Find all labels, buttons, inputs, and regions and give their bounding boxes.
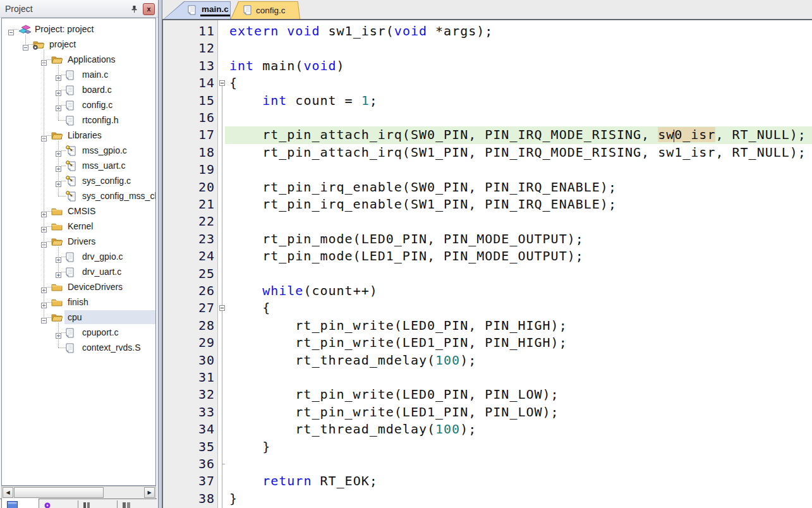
code-line[interactable]: 31 bbox=[163, 369, 812, 387]
tree-item-sys-config-mss-clc[interactable]: sys_config_mss_clc bbox=[2, 188, 155, 203]
code-text: rt_pin_attach_irq(SW0_PIN, PIN_IRQ_MODE_… bbox=[229, 126, 806, 143]
code-line[interactable]: 33 rt_pin_write(LED1_PIN, PIN_LOW); bbox=[163, 404, 812, 421]
dock-tab-functions[interactable] bbox=[78, 499, 116, 508]
line-number: 20 bbox=[163, 179, 215, 196]
document-icon bbox=[243, 5, 251, 15]
tree-item-applications[interactable]: Applications bbox=[2, 52, 155, 67]
project-grid-icon bbox=[7, 500, 18, 508]
tab-config-c[interactable]: config.c bbox=[231, 1, 300, 19]
dock-tab-templates[interactable] bbox=[117, 499, 156, 508]
code-line[interactable]: 26 while(count++) bbox=[163, 282, 812, 300]
scroll-right-arrow-icon[interactable]: ▶ bbox=[144, 487, 155, 498]
code-line[interactable]: 37 return RT_EOK; bbox=[163, 473, 812, 490]
tree-item-cpu[interactable]: cpu bbox=[2, 310, 155, 325]
dock-tab-project-grid[interactable] bbox=[1, 499, 39, 508]
code-text: while(count++) bbox=[229, 282, 378, 299]
tree-item-label: CMSIS bbox=[68, 206, 95, 216]
tree-item-board-c[interactable]: board.c bbox=[2, 82, 155, 97]
code-line[interactable]: 28 rt_pin_write(LED0_PIN, PIN_HIGH); bbox=[163, 317, 812, 335]
line-number: 30 bbox=[163, 352, 215, 369]
code-line[interactable]: 38} bbox=[163, 490, 812, 508]
code-text: int main(void) bbox=[229, 57, 345, 75]
scroll-left-arrow-icon[interactable]: ◀ bbox=[3, 487, 13, 498]
fold-collapse-icon[interactable] bbox=[219, 305, 225, 311]
code-line[interactable]: 11extern void sw1_isr(void *args); bbox=[163, 23, 812, 40]
document-icon bbox=[66, 328, 74, 341]
tree-item-sys-config-c[interactable]: sys_config.c bbox=[2, 173, 155, 188]
tree-item-drivers[interactable]: Drivers bbox=[2, 234, 155, 249]
project-panel-title: Project bbox=[5, 4, 33, 14]
tree-item-label: Libraries bbox=[68, 130, 102, 140]
sidebar-horizontal-scrollbar[interactable]: ◀ ▶ bbox=[1, 486, 156, 499]
code-text: rt_pin_irq_enable(SW1_PIN, PIN_IRQ_ENABL… bbox=[229, 196, 617, 213]
code-line[interactable]: 21 rt_pin_irq_enable(SW1_PIN, PIN_IRQ_EN… bbox=[163, 196, 812, 214]
tree-item-devicedrivers[interactable]: DeviceDrivers bbox=[2, 279, 155, 294]
line-number: 25 bbox=[163, 265, 215, 282]
tree-item-label: main.c bbox=[82, 70, 108, 80]
code-line[interactable]: 36 bbox=[163, 456, 812, 473]
code-line[interactable]: 23 rt_pin_mode(LED0_PIN, PIN_MODE_OUTPUT… bbox=[163, 231, 812, 248]
scrollbar-thumb[interactable] bbox=[14, 487, 104, 498]
tree-item-label: Kernel bbox=[68, 221, 93, 231]
project-panel: Project x Project: projectprojectApplica… bbox=[0, 0, 158, 508]
line-number: 16 bbox=[163, 109, 215, 126]
code-line[interactable]: 32 rt_pin_write(LED0_PIN, PIN_LOW); bbox=[163, 386, 812, 404]
close-icon[interactable]: x bbox=[143, 3, 155, 15]
code-text: rt_pin_write(LED0_PIN, PIN_HIGH); bbox=[229, 317, 567, 334]
tree-item-mss-uart-c[interactable]: mss_uart.c bbox=[2, 158, 155, 173]
code-text: rt_pin_mode(LED1_PIN, PIN_MODE_OUTPUT); bbox=[229, 248, 584, 265]
folder-icon bbox=[51, 222, 63, 233]
code-line[interactable]: 35 } bbox=[163, 438, 812, 456]
line-number: 33 bbox=[163, 404, 215, 421]
tree-item-label: mss_gpio.c bbox=[82, 145, 127, 155]
folder-icon bbox=[51, 298, 63, 309]
tree-item-cmsis[interactable]: CMSIS bbox=[2, 203, 155, 219]
code-line[interactable]: 13int main(void) bbox=[163, 57, 812, 75]
folder-icon bbox=[51, 55, 63, 66]
line-number: 14 bbox=[163, 75, 215, 92]
fold-collapse-icon[interactable] bbox=[219, 80, 225, 86]
tree-item-mss-gpio-c[interactable]: mss_gpio.c bbox=[2, 143, 155, 158]
code-editor[interactable]: 11extern void sw1_isr(void *args);1213in… bbox=[162, 20, 812, 508]
panel-splitter[interactable] bbox=[158, 0, 162, 508]
tab-main-c[interactable]: main.c bbox=[164, 1, 231, 19]
tree-item-label: DeviceDrivers bbox=[68, 282, 123, 292]
dock-tab-books[interactable] bbox=[39, 499, 77, 508]
project-tree[interactable]: Project: projectprojectApplicationsmain.… bbox=[1, 18, 156, 486]
tree-item-label: Applications bbox=[68, 54, 116, 64]
tree-item-kernel[interactable]: Kernel bbox=[2, 219, 155, 234]
collapse-icon[interactable] bbox=[8, 27, 14, 32]
code-text: rt_thread_mdelay(100); bbox=[229, 421, 476, 438]
line-number: 12 bbox=[163, 40, 215, 57]
code-line[interactable]: 27 { bbox=[163, 299, 812, 317]
tree-item-main-c[interactable]: main.c bbox=[2, 67, 155, 82]
line-number: 28 bbox=[163, 317, 215, 334]
tree-item-drv-gpio-c[interactable]: drv_gpio.c bbox=[2, 249, 155, 264]
tree-item-rtconfig-h[interactable]: rtconfig.h bbox=[2, 112, 155, 128]
code-line[interactable]: 17 rt_pin_attach_irq(SW0_PIN, PIN_IRQ_MO… bbox=[163, 126, 812, 144]
code-line[interactable]: 18 rt_pin_attach_irq(SW1_PIN, PIN_IRQ_MO… bbox=[163, 144, 812, 162]
code-line[interactable]: 15 int count = 1; bbox=[163, 92, 812, 110]
functions-icon bbox=[83, 500, 92, 508]
code-line[interactable]: 24 rt_pin_mode(LED1_PIN, PIN_MODE_OUTPUT… bbox=[163, 248, 812, 265]
tree-item-finish[interactable]: finish bbox=[2, 294, 155, 310]
line-number: 22 bbox=[163, 213, 215, 230]
document-icon bbox=[66, 176, 76, 189]
code-line[interactable]: 25 bbox=[163, 265, 812, 283]
code-line[interactable]: 30 rt_thread_mdelay(100); bbox=[163, 352, 812, 370]
tree-item-libraries[interactable]: Libraries bbox=[2, 128, 155, 143]
code-line[interactable]: 34 rt_thread_mdelay(100); bbox=[163, 421, 812, 438]
tree-item-cpuport-c[interactable]: cpuport.c bbox=[2, 325, 155, 340]
code-line[interactable]: 29 rt_pin_write(LED1_PIN, PIN_HIGH); bbox=[163, 334, 812, 352]
code-line[interactable]: 14{ bbox=[163, 75, 812, 92]
tree-item-config-c[interactable]: config.c bbox=[2, 97, 155, 112]
code-line[interactable]: 22 bbox=[163, 213, 812, 231]
code-line[interactable]: 12 bbox=[163, 40, 812, 57]
code-line[interactable]: 19 bbox=[163, 161, 812, 179]
tree-item-context-rvds-s[interactable]: context_rvds.S bbox=[2, 340, 155, 355]
pin-icon[interactable] bbox=[129, 4, 140, 15]
tree-item-label: cpuport.c bbox=[82, 327, 119, 337]
code-line[interactable]: 16 bbox=[163, 109, 812, 127]
tree-item-drv-uart-c[interactable]: drv_uart.c bbox=[2, 264, 155, 279]
code-line[interactable]: 20 rt_pin_irq_enable(SW0_PIN, PIN_IRQ_EN… bbox=[163, 179, 812, 197]
